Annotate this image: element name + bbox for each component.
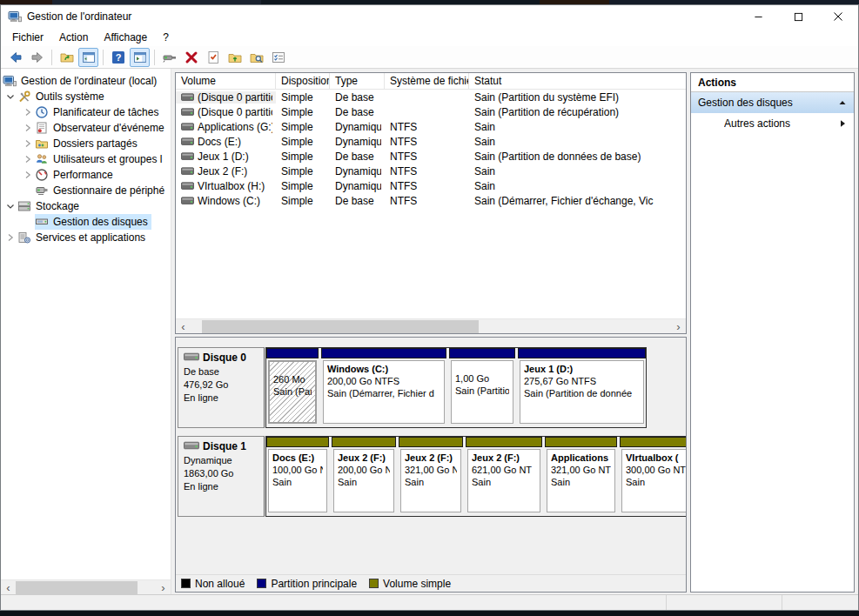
cell-disposition: Simple [276,165,330,177]
partition-info: Jeux 2 (F:)200,00 Go NSain [333,449,394,512]
table-row-docs-e[interactable]: Docs (E:)SimpleDynamiqueNTFSSain [176,134,686,149]
chevron-right-icon[interactable] [3,231,17,244]
volume-disk-icon [181,108,194,116]
partition-type-bar [332,437,396,447]
open-button[interactable] [225,48,245,67]
chevron-right-icon[interactable] [21,168,35,182]
chevron-down-icon[interactable] [3,199,17,213]
expand-arrow-icon[interactable] [838,119,847,128]
tree-hscrollbar[interactable]: ‹ › [1,579,171,594]
forward-button[interactable] [27,48,47,67]
menu-help[interactable]: ? [155,30,177,45]
volume-disk-icon [181,137,194,145]
back-arrow-icon [9,50,23,64]
menu-affichage[interactable]: Affichage [96,30,155,45]
partition-block-windows-c[interactable]: Windows (C:)200,00 Go NTFSSain (Démarrer… [321,348,446,427]
action-item-autres-actions[interactable]: Autres actions [691,113,854,134]
chevron-right-icon[interactable] [21,152,35,166]
scroll-left-arrow[interactable]: ‹ [1,581,16,594]
graph-filler [176,517,686,574]
cell-text: Simple [281,195,313,207]
column-header-statut[interactable]: Statut [469,73,686,89]
partition-block-1-00-go[interactable]: 1,00 GoSain (Partitio [449,348,515,427]
mark-partition-button[interactable] [203,48,223,67]
scroll-thumb[interactable] [16,581,138,594]
tree-item-gestionnaire-de-periphe[interactable]: Gestionnaire de périphé [1,183,171,198]
tree-item-stockage[interactable]: Stockage [1,198,171,214]
table-row-applications-g[interactable]: Applications (G:)SimpleDynamiqueNTFSSain [176,119,686,134]
chevron-right-icon[interactable] [21,137,35,151]
close-button[interactable] [818,5,858,28]
explore-button[interactable] [246,48,266,67]
menu-fichier[interactable]: Fichier [4,30,51,45]
disk-label-disque-0[interactable]: Disque 0De base476,92 GoEn ligne [178,347,265,428]
delete-volume-button[interactable] [181,48,201,67]
legend-label: Volume simple [383,578,451,590]
svg-text:?: ? [115,52,121,63]
tree-item-observateur-d-eveneme[interactable]: Observateur d'événeme [1,120,171,136]
cell-volume: Jeux 2 (F:) [176,165,276,177]
table-row-windows-c[interactable]: Windows (C:)SimpleDe baseNTFSSain (Démar… [176,193,686,208]
scroll-thumb[interactable] [202,320,479,333]
volume-list-hscrollbar[interactable]: ‹ › [176,318,686,333]
column-header-systeme-de-fichiers[interactable]: Système de fichiers [385,73,469,89]
properties-button[interactable] [268,48,288,67]
partition-block-applications[interactable]: Applications321,00 Go NTSain [545,437,617,516]
partition-block-jeux-2-f[interactable]: Jeux 2 (F:)321,00 Go NTSain [399,437,463,516]
minimize-button[interactable] [738,5,778,28]
partition-block-jeux-2-f[interactable]: Jeux 2 (F:)621,00 Go NTSain [466,437,542,516]
partition-name: Applications [551,452,611,464]
maximize-button[interactable] [778,5,818,28]
chevron-right-icon[interactable] [21,105,35,119]
column-header-disposition[interactable]: Disposition [276,73,330,89]
cell-text: VIrtualbox (H:) [198,180,265,192]
storage-icon [17,199,31,213]
collapse-arrow-icon[interactable] [838,98,847,107]
partition-size: 275,67 Go NTFS [524,375,640,387]
tree-item-gestion-des-disques[interactable]: Gestion des disques [1,214,171,230]
console-tree-toggle-button[interactable] [78,48,98,67]
tree-item-performance[interactable]: Performance [1,167,171,183]
partition-status: Sain (Part [273,385,312,398]
table-row-disque-0-partition-1[interactable]: (Disque 0 partition 1)SimpleDe baseSain … [176,90,686,104]
tree-item-gestion-de-l-ordinateur-local[interactable]: Gestion de l'ordinateur (local) [1,73,171,89]
cell-disposition: Simple [276,121,330,133]
column-header-volume[interactable]: Volume [176,73,276,89]
menu-action[interactable]: Action [51,30,96,45]
scroll-left-arrow[interactable]: ‹ [176,320,191,333]
disk-name-text: Disque 1 [203,440,246,452]
action-item-gestion-des-disques[interactable]: Gestion des disques [691,92,854,113]
partition-block-260-mo[interactable]: 260 MoSain (Part [266,348,319,427]
table-row-jeux-1-d[interactable]: Jeux 1 (D:)SimpleDe baseNTFSSain (Partit… [176,149,686,164]
tree-item-services-et-applications[interactable]: Services et applications [1,230,171,245]
scroll-right-arrow[interactable]: › [671,320,686,333]
table-row-virtualbox-h[interactable]: VIrtualbox (H:)SimpleDynamiqueNTFSSain [176,178,686,193]
action-item-label: Autres actions [724,117,790,130]
chevron-down-icon[interactable] [3,90,17,104]
partition-block-docs-e[interactable]: Docs (E:)100,00 Go NSain [266,437,329,516]
tree-item-planificateur-de-taches[interactable]: Planificateur de tâches [1,104,171,120]
tree-item-dossiers-partages[interactable]: Dossiers partagés [1,136,171,151]
disk-row-disque-1: Disque 1Dynamique1863,00 GoEn ligneDocs … [178,436,684,517]
device-button[interactable] [159,48,179,67]
toolbar-separator [51,50,52,65]
tree-item-utilisateurs-et-groupes-l[interactable]: Utilisateurs et groupes l [1,151,171,167]
action-pane-icon [133,50,147,64]
tree-item-outils-systeme[interactable]: Outils système [1,89,171,104]
partition-block-jeux-1-d[interactable]: Jeux 1 (D:)275,67 Go NTFSSain (Partition… [518,348,646,427]
disk-label-disque-1[interactable]: Disque 1Dynamique1863,00 GoEn ligne [178,436,265,517]
action-pane-toggle-button[interactable] [130,48,150,67]
back-button[interactable] [5,48,25,67]
chevron-right-icon[interactable] [21,121,35,135]
task-scheduler-icon [35,105,49,119]
partition-block-virtualbox[interactable]: VIrtualbox (300,00 Go NTSain [620,437,687,516]
table-row-disque-0-partition-4[interactable]: (Disque 0 partition 4)SimpleDe baseSain … [176,104,686,119]
partition-block-jeux-2-f[interactable]: Jeux 2 (F:)200,00 Go NSain [332,437,396,516]
scroll-right-arrow[interactable]: › [156,581,171,594]
folder-up-button[interactable] [57,48,77,67]
partition-name: Jeux 2 (F:) [405,452,457,464]
table-row-jeux-2-f[interactable]: Jeux 2 (F:)SimpleDynamiqueNTFSSain [176,164,686,178]
help-button[interactable]: ? [108,48,128,67]
column-header-type[interactable]: Type [330,73,385,89]
center-panel: VolumeDispositionTypeSystème de fichiers… [175,72,687,593]
